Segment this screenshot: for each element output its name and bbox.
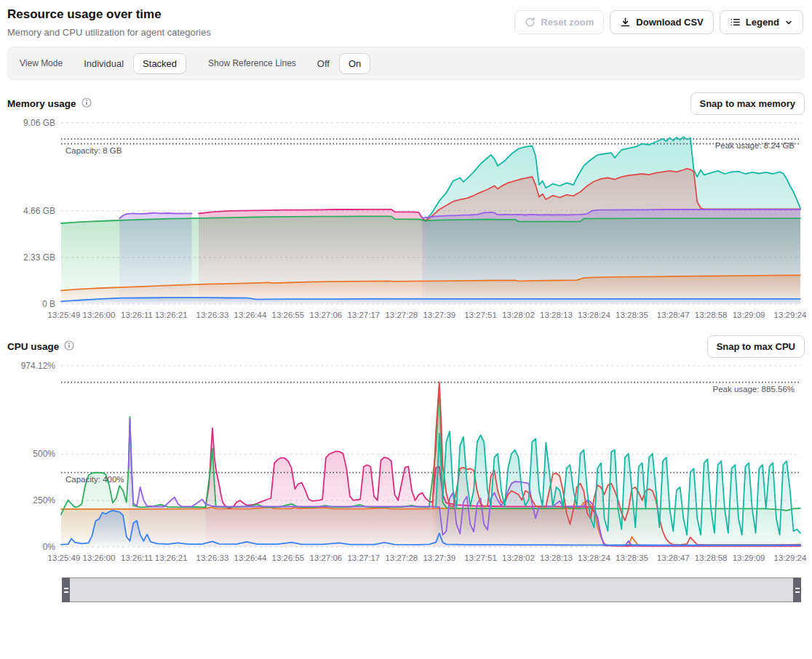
svg-text:0%: 0% [43,542,56,552]
svg-text:13:29:09: 13:29:09 [733,554,765,562]
svg-text:13:28:58: 13:28:58 [695,311,728,319]
cpu-info-icon[interactable] [64,340,74,353]
svg-text:13:28:24: 13:28:24 [578,311,610,319]
svg-text:13:25:49: 13:25:49 [48,554,81,562]
svg-text:Peak usage: 8.24 GB: Peak usage: 8.24 GB [715,141,795,150]
chevron-down-icon [784,18,793,27]
brush-grip-icon [795,588,800,593]
svg-text:13:26:33: 13:26:33 [196,554,229,562]
time-brush[interactable] [62,578,801,602]
snap-to-max-memory-button[interactable]: Snap to max memory [690,92,805,115]
reference-lines-off-button[interactable]: Off [308,53,339,74]
svg-text:974.12%: 974.12% [21,361,56,371]
svg-text:13:27:28: 13:27:28 [385,554,418,562]
svg-text:13:27:51: 13:27:51 [464,311,497,319]
svg-text:13:28:24: 13:28:24 [578,554,610,562]
time-brush-container [0,566,812,617]
header-actions: Reset zoom Download CSV Legend [514,4,803,34]
brush-right-handle[interactable] [793,578,801,602]
view-mode-stacked-button[interactable]: Stacked [133,53,186,74]
svg-text:13:26:21: 13:26:21 [155,554,188,562]
svg-text:13:28:02: 13:28:02 [502,311,535,319]
header-text: Resource usage over time Memory and CPU … [7,4,211,38]
svg-text:13:29:24: 13:29:24 [774,554,807,562]
svg-text:13:27:28: 13:27:28 [385,311,418,319]
svg-text:13:28:35: 13:28:35 [616,554,648,562]
svg-text:13:28:47: 13:28:47 [657,554,690,562]
svg-text:4.66 GB: 4.66 GB [23,206,55,216]
legend-button[interactable]: Legend [720,10,803,34]
svg-text:13:26:55: 13:26:55 [272,554,305,562]
svg-text:13:26:44: 13:26:44 [234,554,267,562]
svg-text:13:28:58: 13:28:58 [695,554,728,562]
page-title: Resource usage over time [7,7,211,22]
svg-text:13:27:06: 13:27:06 [309,554,342,562]
svg-text:0 B: 0 B [42,299,55,309]
svg-text:13:27:51: 13:27:51 [464,554,497,562]
svg-text:13:28:35: 13:28:35 [616,311,648,319]
memory-chart[interactable]: 9.06 GB4.66 GB2.33 GB0 B13:25:4913:26:00… [0,116,812,323]
refresh-icon [525,17,536,28]
svg-text:13:28:13: 13:28:13 [540,311,573,319]
svg-text:13:28:13: 13:28:13 [540,554,573,562]
memory-section-header: Memory usage Snap to max memory [7,92,805,115]
cpu-chart[interactable]: 974.12%500%250%0%13:25:4913:26:0013:26:1… [0,359,812,566]
svg-text:13:29:24: 13:29:24 [774,311,807,319]
svg-text:Capacity: 400%: Capacity: 400% [65,475,124,484]
reset-zoom-button[interactable]: Reset zoom [514,10,604,34]
svg-text:Capacity: 8 GB: Capacity: 8 GB [65,146,122,155]
legend-list-icon [730,17,741,28]
page-header: Resource usage over time Memory and CPU … [0,0,812,38]
svg-text:13:29:09: 13:29:09 [733,311,765,319]
page-subtitle: Memory and CPU utilization for agent cat… [7,27,211,38]
svg-text:250%: 250% [33,495,55,506]
svg-text:2.33 GB: 2.33 GB [23,252,55,263]
svg-text:13:26:21: 13:26:21 [155,311,188,319]
download-csv-button[interactable]: Download CSV [610,10,713,34]
cpu-section-header: CPU usage Snap to max CPU [7,335,805,358]
svg-text:13:28:02: 13:28:02 [502,554,535,562]
download-icon [620,17,631,28]
chart-controls-bar: View Mode Individual Stacked Show Refere… [7,47,805,80]
svg-text:13:26:11: 13:26:11 [121,554,153,562]
cpu-usage-title: CPU usage [7,340,74,353]
svg-text:13:27:39: 13:27:39 [423,311,455,319]
svg-text:Peak usage: 885.56%: Peak usage: 885.56% [712,385,795,394]
svg-text:13:27:39: 13:27:39 [423,554,455,562]
svg-text:13:26:55: 13:26:55 [272,311,305,319]
svg-text:13:26:33: 13:26:33 [196,311,229,319]
brush-left-handle[interactable] [62,578,70,602]
brush-grip-icon [64,588,68,593]
svg-text:9.06 GB: 9.06 GB [23,118,55,128]
svg-text:13:27:06: 13:27:06 [309,311,342,319]
svg-text:13:26:44: 13:26:44 [234,311,267,319]
svg-text:13:26:00: 13:26:00 [83,311,116,319]
svg-text:13:27:17: 13:27:17 [347,554,380,562]
snap-to-max-cpu-button[interactable]: Snap to max CPU [707,335,805,358]
show-reference-lines-label: Show Reference Lines [208,58,296,68]
memory-info-icon[interactable] [81,97,92,110]
svg-text:13:25:49: 13:25:49 [48,311,81,319]
svg-text:13:28:47: 13:28:47 [657,311,690,319]
svg-text:500%: 500% [33,449,55,459]
memory-usage-title: Memory usage [7,97,92,110]
svg-text:13:26:11: 13:26:11 [121,311,153,319]
reference-lines-on-button[interactable]: On [339,53,370,74]
view-mode-label: View Mode [20,58,63,68]
view-mode-individual-button[interactable]: Individual [74,53,133,74]
svg-text:13:26:00: 13:26:00 [83,554,116,562]
svg-text:13:27:17: 13:27:17 [347,311,380,319]
